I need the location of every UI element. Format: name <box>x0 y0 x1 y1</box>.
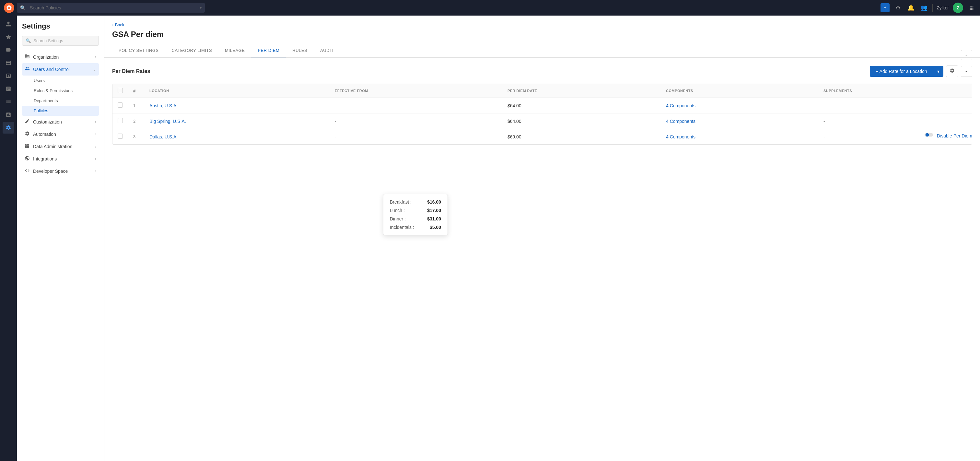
disable-perdiem-label: Disable Per Diem <box>937 133 972 139</box>
incidentals-label: Incidentals : <box>390 225 414 230</box>
row1-components[interactable]: 4 Components <box>661 98 818 113</box>
icon-bar-receipt[interactable] <box>3 57 14 69</box>
settings-title: Settings <box>22 22 99 30</box>
row2-num: 2 <box>128 113 144 129</box>
col-components: COMPONENTS <box>661 84 818 98</box>
icon-bar <box>0 16 17 461</box>
col-location: LOCATION <box>144 84 329 98</box>
content-header: ‹ Back GSA Per diem ··· POLICY SETTINGS … <box>104 16 980 58</box>
app-logo[interactable] <box>4 3 14 13</box>
sidebar-sub-roles[interactable]: Roles & Permissions <box>22 86 99 96</box>
sidebar-sub-users[interactable]: Users <box>22 75 99 86</box>
bell-icon[interactable]: 🔔 <box>907 3 915 12</box>
row3-components[interactable]: 4 Components <box>661 129 818 145</box>
integrations-label: Integrations <box>33 156 92 161</box>
sidebar-item-developer-space[interactable]: Developer Space › <box>22 165 99 177</box>
row1-num: 1 <box>128 98 144 113</box>
row3-checkbox[interactable] <box>118 134 123 139</box>
row1-rate: $64.00 <box>502 98 661 113</box>
icon-bar-person[interactable] <box>3 18 14 30</box>
row3-location[interactable]: Dallas, U.S.A. <box>144 129 329 145</box>
developer-space-arrow: › <box>95 169 96 174</box>
row2-checkbox[interactable] <box>118 118 123 123</box>
row3-rate: $69.00 <box>502 129 661 145</box>
sidebar-search[interactable]: 🔍 <box>22 36 99 46</box>
icon-bar-chart[interactable] <box>3 83 14 95</box>
row1-location[interactable]: Austin, U.S.A. <box>144 98 329 113</box>
row2-supplements: - <box>818 113 972 129</box>
icon-bar-star[interactable] <box>3 31 14 43</box>
header-checkbox[interactable] <box>118 88 123 93</box>
sidebar-item-organization[interactable]: Organization › <box>22 51 99 63</box>
icon-bar-list[interactable] <box>3 96 14 108</box>
row1-checkbox[interactable] <box>118 102 123 108</box>
settings-search-input[interactable] <box>33 38 95 43</box>
tooltip-lunch-row: Lunch : $17.00 <box>390 208 441 213</box>
tab-category-limits[interactable]: CATEGORY LIMITS <box>165 44 219 57</box>
tab-mileage[interactable]: MILEAGE <box>218 44 251 57</box>
section-title: Per Diem Rates <box>112 69 150 74</box>
user-avatar[interactable]: Z <box>953 3 963 13</box>
icon-bar-wallet[interactable] <box>3 70 14 82</box>
row2-components[interactable]: 4 Components <box>661 113 818 129</box>
search-dropdown-arrow[interactable]: ▾ <box>200 6 202 10</box>
lunch-value: $17.00 <box>427 208 441 213</box>
developer-space-icon <box>25 168 30 174</box>
gear-icon[interactable]: ⚙ <box>894 3 902 12</box>
add-button[interactable]: + <box>880 3 889 12</box>
sidebar-item-data-admin[interactable]: Data Administration › <box>22 140 99 153</box>
integrations-icon <box>25 156 30 162</box>
tab-audit[interactable]: AUDIT <box>314 44 340 57</box>
customization-label: Customization <box>33 119 92 124</box>
data-admin-arrow: › <box>95 144 96 149</box>
toggle-icon <box>924 132 935 139</box>
icon-bar-tag[interactable] <box>3 44 14 56</box>
automation-arrow: › <box>95 132 96 137</box>
icon-bar-analytics[interactable] <box>3 109 14 121</box>
sidebar-item-integrations[interactable]: Integrations › <box>22 153 99 165</box>
users-control-icon <box>25 66 30 73</box>
sidebar-item-automation[interactable]: Automation › <box>22 128 99 140</box>
col-per-diem-rate: PER DIEM RATE <box>502 84 661 98</box>
back-link[interactable]: ‹ Back <box>112 22 164 27</box>
row2-checkbox-cell <box>113 113 128 129</box>
tab-rules[interactable]: RULES <box>286 44 314 57</box>
tooltip-incidentals-row: Incidentals : $5.00 <box>390 225 441 230</box>
breakfast-value: $16.00 <box>427 199 441 204</box>
table-row: 2 Big Spring, U.S.A. - $64.00 4 Componen… <box>113 113 972 129</box>
disable-perdiem-button[interactable]: Disable Per Diem <box>924 132 972 139</box>
sidebar-item-customization[interactable]: Customization › <box>22 116 99 128</box>
developer-space-label: Developer Space <box>33 169 92 174</box>
back-arrow-icon: ‹ <box>112 22 114 27</box>
section-header: Per Diem Rates + Add Rate for a Location… <box>112 65 972 77</box>
add-rate-button[interactable]: + Add Rate for a Location <box>870 66 933 77</box>
tab-policy-settings[interactable]: POLICY SETTINGS <box>112 44 165 57</box>
app-body: Settings 🔍 Organization › Users and Cont… <box>0 16 980 461</box>
col-checkbox <box>113 84 128 98</box>
col-num: # <box>128 84 144 98</box>
table-more-button[interactable]: ··· <box>961 66 972 77</box>
users-icon[interactable]: 👥 <box>920 3 929 12</box>
sidebar-item-users-control[interactable]: Users and Control ⌄ <box>22 63 99 75</box>
table-settings-button[interactable] <box>946 65 958 77</box>
nav-right: + ⚙ 🔔 👥 Zylker Z <box>880 3 976 13</box>
row1-checkbox-cell <box>113 98 128 113</box>
tooltip-dinner-row: Dinner : $31.00 <box>390 216 441 222</box>
breakfast-label: Breakfast : <box>390 199 412 204</box>
row2-effective-from: - <box>329 113 502 129</box>
add-rate-dropdown-button[interactable]: ▾ <box>933 66 943 77</box>
tabs-bar: POLICY SETTINGS CATEGORY LIMITS MILEAGE … <box>112 44 972 57</box>
search-container: 🔍 ▾ <box>17 3 205 13</box>
dinner-value: $31.00 <box>427 216 441 222</box>
grid-icon[interactable] <box>967 3 976 12</box>
automation-icon <box>25 131 30 137</box>
sidebar-sub-policies[interactable]: Policies <box>22 106 99 116</box>
row2-location[interactable]: Big Spring, U.S.A. <box>144 113 329 129</box>
icon-bar-settings[interactable] <box>3 122 14 134</box>
tab-per-diem[interactable]: PER DIEM <box>251 44 286 57</box>
users-control-label: Users and Control <box>33 67 90 72</box>
top-navigation: 🔍 ▾ + ⚙ 🔔 👥 Zylker Z <box>0 0 980 16</box>
search-policies-input[interactable] <box>17 3 205 13</box>
sidebar-sub-departments[interactable]: Departments <box>22 96 99 106</box>
search-icon-nav: 🔍 <box>20 5 25 10</box>
